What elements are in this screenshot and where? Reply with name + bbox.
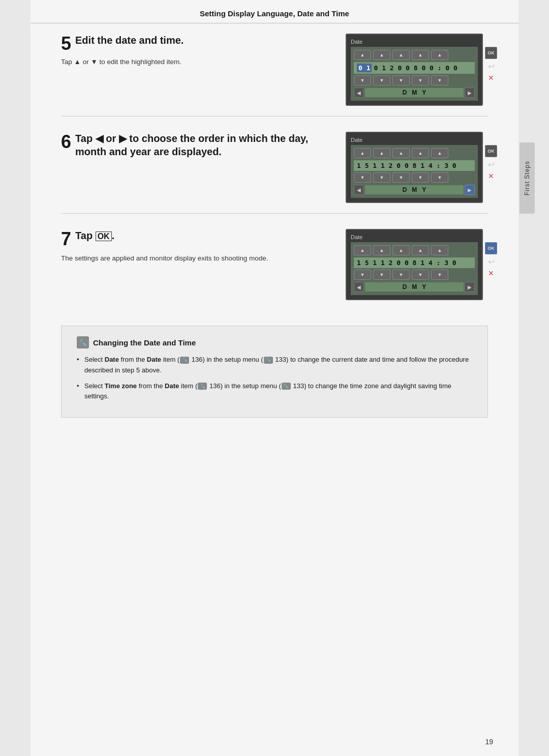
- down-btn-7-5[interactable]: ▼: [431, 270, 448, 280]
- ref-icon-136-2: 🔧: [198, 383, 207, 390]
- note-bullet-1: Select Date from the Date item (🔧 136) i…: [77, 355, 472, 376]
- step-5-lcd-label: Date: [351, 39, 478, 45]
- down-btn-7-4[interactable]: ▼: [412, 270, 429, 280]
- step-6-lcd-inner: ▲ ▲ ▲ ▲ ▲ 1 5 1 1 2 0 0 8 1 4 : 3 0 ▼: [351, 145, 478, 198]
- up-btn-4[interactable]: ▲: [412, 50, 429, 60]
- step-5-right: Date ▲ ▲ ▲ ▲ ▲ 0: [346, 34, 488, 106]
- close-btn-7[interactable]: ✕: [488, 269, 494, 277]
- up-btn-2[interactable]: ▲: [373, 50, 390, 60]
- step-7-lcd-inner: ▲ ▲ ▲ ▲ ▲ 1 5 1 1 2 0 0 8 1 4 : 3 0 ▼: [351, 242, 478, 295]
- step-6-date-display: 1 5 1 1 2 0 0 8 1 4 : 3 0: [354, 160, 475, 171]
- step-7-title: Tap OK.: [75, 229, 330, 242]
- right-arrow-icon-6: ▶: [119, 133, 127, 144]
- step-6-dmy-label: D M Y: [365, 185, 464, 194]
- sidebar-tab-label: First Steps: [524, 161, 531, 195]
- step-5-section: 5 Edit the date and time. Tap ▲ or ▼ to …: [61, 34, 488, 117]
- up-arrow-icon: ▲: [74, 58, 81, 66]
- up-btn-6-3[interactable]: ▲: [392, 148, 410, 158]
- step-5-dmy-row: ◀ D M Y ▶: [354, 88, 475, 98]
- note-section: 🔧 Changing the Date and Time Select Date…: [61, 326, 488, 418]
- step-7-number: 7: [61, 230, 71, 248]
- step-7-left: 7 Tap OK. The settings are applied and m…: [61, 229, 346, 264]
- note-bold-date-1: Date: [105, 356, 119, 363]
- step-7-dmy-row: ◀ D M Y ▶: [354, 282, 475, 292]
- ok-btn-6[interactable]: OK: [485, 145, 497, 157]
- step-6-section: 6 Tap ◀ or ▶ to choose the order in whic…: [61, 132, 488, 214]
- up-btn-7-5[interactable]: ▲: [431, 245, 448, 255]
- nav-left-btn-6[interactable]: ◀: [354, 185, 364, 195]
- down-btn-7-1[interactable]: ▼: [354, 270, 371, 280]
- down-btn-3[interactable]: ▼: [392, 75, 410, 85]
- up-btn-6-4[interactable]: ▲: [412, 148, 429, 158]
- step-7-header: 7 Tap OK.: [61, 229, 330, 248]
- down-btn-6-1[interactable]: ▼: [354, 172, 371, 183]
- step-5-left: 5 Edit the date and time. Tap ▲ or ▼ to …: [61, 34, 346, 66]
- step-5-side-controls: OK ↩ ✕: [485, 47, 497, 82]
- step-7-dmy-label: D M Y: [365, 282, 464, 292]
- step-6-side-controls: OK ↩ ✕: [485, 145, 497, 180]
- down-btn-4[interactable]: ▼: [412, 75, 429, 85]
- up-btn-6-2[interactable]: ▲: [373, 148, 390, 158]
- ok-btn-7[interactable]: OK: [485, 242, 497, 254]
- down-btn-1[interactable]: ▼: [354, 75, 371, 85]
- step-5-up-arrows: ▲ ▲ ▲ ▲ ▲: [354, 50, 475, 60]
- header-title: Setting Display Language, Date and Time: [200, 9, 349, 18]
- nav-right-btn-5[interactable]: ▶: [465, 88, 475, 98]
- step-7-right: Date ▲ ▲ ▲ ▲ ▲ 1 5 1 1 2 0 0 8 1 4 : 3 0: [346, 229, 488, 300]
- note-title-text: Changing the Date and Time: [93, 338, 196, 347]
- close-btn-5[interactable]: ✕: [488, 74, 494, 82]
- step-6-header: 6 Tap ◀ or ▶ to choose the order in whic…: [61, 132, 330, 162]
- up-btn-7-1[interactable]: ▲: [354, 245, 371, 255]
- note-icon: 🔧: [77, 336, 89, 348]
- step-6-left: 6 Tap ◀ or ▶ to choose the order in whic…: [61, 132, 346, 167]
- step-6-up-arrows: ▲ ▲ ▲ ▲ ▲: [354, 148, 475, 158]
- ok-label-7: OK: [96, 231, 112, 241]
- down-btn-6-5[interactable]: ▼: [431, 172, 448, 183]
- page-container: Setting Display Language, Date and Time …: [30, 0, 518, 756]
- up-btn-5[interactable]: ▲: [431, 50, 448, 60]
- note-bullet-2: Select Time zone from the Date item (🔧 1…: [77, 381, 472, 402]
- down-btn-2[interactable]: ▼: [373, 75, 390, 85]
- down-btn-7-3[interactable]: ▼: [392, 270, 410, 280]
- step-7-date-display: 1 5 1 1 2 0 0 8 1 4 : 3 0: [354, 257, 475, 268]
- step-7-side-controls: OK ↩ ✕: [485, 242, 497, 277]
- close-btn-6[interactable]: ✕: [488, 172, 494, 180]
- up-btn-6-1[interactable]: ▲: [354, 148, 371, 158]
- up-btn-1[interactable]: ▲: [354, 50, 371, 60]
- page-header: Setting Display Language, Date and Time: [30, 0, 518, 23]
- step-5-title: Edit the date and time.: [75, 34, 330, 47]
- ok-btn-5[interactable]: OK: [485, 47, 497, 59]
- step-5-lcd: Date ▲ ▲ ▲ ▲ ▲ 0: [346, 34, 483, 106]
- note-title: 🔧 Changing the Date and Time: [77, 336, 472, 348]
- nav-right-btn-6[interactable]: ▶: [465, 185, 475, 195]
- back-btn-6[interactable]: ↩: [488, 160, 495, 169]
- content-area: 5 Edit the date and time. Tap ▲ or ▼ to …: [30, 23, 518, 448]
- ref-icon-136-1: 🔧: [180, 357, 189, 364]
- step-5-header: 5 Edit the date and time.: [61, 34, 330, 53]
- nav-left-btn-5[interactable]: ◀: [354, 88, 364, 98]
- nav-left-btn-7[interactable]: ◀: [354, 282, 364, 292]
- step-7-lcd-wrapper: Date ▲ ▲ ▲ ▲ ▲ 1 5 1 1 2 0 0 8 1 4 : 3 0: [346, 229, 483, 300]
- up-btn-6-5[interactable]: ▲: [431, 148, 448, 158]
- down-btn-5[interactable]: ▼: [431, 75, 448, 85]
- left-arrow-icon-6: ◀: [96, 133, 103, 144]
- back-btn-7[interactable]: ↩: [488, 257, 495, 267]
- step-7-description: The settings are applied and monitor dis…: [61, 253, 330, 264]
- down-btn-6-4[interactable]: ▼: [412, 172, 429, 183]
- nav-right-btn-7[interactable]: ▶: [465, 282, 475, 292]
- down-btn-6-3[interactable]: ▼: [392, 172, 410, 183]
- ref-icon-133-1: 🔧: [264, 357, 273, 364]
- down-btn-7-2[interactable]: ▼: [373, 270, 390, 280]
- down-arrow-icon: ▼: [90, 58, 97, 66]
- note-bold-date-item-1: Date: [147, 356, 161, 363]
- back-btn-5[interactable]: ↩: [488, 62, 495, 71]
- sidebar-tab: First Steps: [520, 142, 535, 214]
- page-number: 19: [485, 738, 493, 746]
- step-5-date-val: 0 1: [357, 64, 372, 72]
- step-6-lcd-wrapper: Date ▲ ▲ ▲ ▲ ▲ 1 5 1 1 2 0 0 8 1 4 : 3 0: [346, 132, 483, 203]
- up-btn-7-3[interactable]: ▲: [392, 245, 410, 255]
- up-btn-3[interactable]: ▲: [392, 50, 410, 60]
- down-btn-6-2[interactable]: ▼: [373, 172, 390, 183]
- up-btn-7-4[interactable]: ▲: [412, 245, 429, 255]
- up-btn-7-2[interactable]: ▲: [373, 245, 390, 255]
